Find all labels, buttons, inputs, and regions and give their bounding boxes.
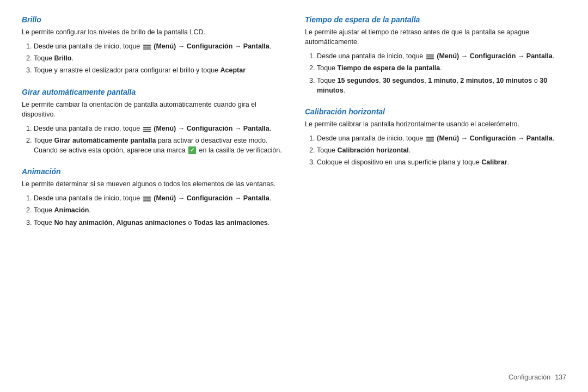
- svg-rect-2: [143, 48, 151, 50]
- step-tiempo-2: Toque Tiempo de espera de la pantalla.: [317, 63, 566, 73]
- left-column: Brillo Le permite configurar los niveles…: [22, 15, 283, 368]
- steps-tiempo: Desde una pantalla de inicio, toque (Men…: [305, 51, 566, 95]
- step-calibracion-3: Coloque el dispositivo en una superficie…: [317, 157, 566, 167]
- svg-rect-7: [143, 199, 151, 200]
- steps-animacion: Desde una pantalla de inicio, toque (Men…: [22, 193, 283, 227]
- content-columns: Brillo Le permite configurar los niveles…: [22, 15, 566, 368]
- svg-rect-5: [143, 131, 151, 132]
- steps-calibracion: Desde una pantalla de inicio, toque (Men…: [305, 133, 566, 167]
- section-calibracion: Calibración horizontal Le permite calibr…: [305, 107, 566, 170]
- step-brillo-2: Toque Brillo.: [34, 53, 283, 63]
- step-girar-2: Toque Girar automáticamente pantalla par…: [34, 136, 283, 155]
- steps-girar: Desde una pantalla de inicio, toque (Men…: [22, 124, 283, 155]
- svg-rect-6: [143, 197, 151, 198]
- svg-rect-3: [143, 127, 151, 128]
- step-calibracion-1: Desde una pantalla de inicio, toque (Men…: [317, 133, 566, 143]
- section-title-brillo: Brillo: [22, 15, 283, 24]
- menu-icon: [143, 43, 151, 49]
- section-title-animacion: Animación: [22, 167, 283, 176]
- svg-rect-12: [426, 137, 434, 138]
- section-desc-girar: Le permite cambiar la orientación de pan…: [22, 100, 283, 119]
- section-title-calibracion: Calibración horizontal: [305, 107, 566, 116]
- step-tiempo-1: Desde una pantalla de inicio, toque (Men…: [317, 51, 566, 61]
- svg-rect-11: [426, 58, 434, 59]
- step-animacion-3: Toque No hay animación, Algunas animacio…: [34, 218, 283, 228]
- section-brillo: Brillo Le permite configurar los niveles…: [22, 15, 283, 78]
- svg-rect-0: [143, 45, 151, 46]
- step-girar-1: Desde una pantalla de inicio, toque (Men…: [34, 124, 283, 133]
- section-desc-tiempo: Le permite ajustar el tiempo de retraso …: [305, 27, 566, 47]
- section-tiempo: Tiempo de espera de la pantalla Le permi…: [305, 15, 566, 97]
- steps-brillo: Desde una pantalla de inicio, toque (Men…: [22, 41, 283, 75]
- step-brillo-1: Desde una pantalla de inicio, toque (Men…: [34, 41, 283, 51]
- step-calibracion-2: Toque Calibración horizontal.: [317, 145, 566, 155]
- svg-rect-9: [426, 54, 434, 56]
- svg-rect-14: [426, 140, 434, 142]
- menu-icon-girar: [143, 125, 151, 131]
- section-animacion: Animación Le permite determinar si se mu…: [22, 167, 283, 230]
- step-brillo-3: Toque y arrastre el deslizador para conf…: [34, 65, 283, 75]
- footer: Configuración 137: [22, 368, 566, 381]
- menu-icon-calibracion: [426, 135, 434, 141]
- footer-label: Configuración: [509, 373, 550, 381]
- svg-rect-10: [426, 57, 434, 58]
- svg-rect-13: [426, 139, 434, 140]
- section-title-tiempo: Tiempo de espera de la pantalla: [305, 15, 566, 24]
- svg-rect-1: [143, 47, 151, 48]
- step-animacion-1: Desde una pantalla de inicio, toque (Men…: [34, 193, 283, 203]
- page: Brillo Le permite configurar los niveles…: [0, 0, 588, 392]
- menu-icon-tiempo: [426, 53, 434, 59]
- svg-rect-4: [143, 128, 151, 130]
- step-tiempo-3: Toque 15 segundos, 30 segundos, 1 minuto…: [317, 76, 566, 95]
- section-desc-brillo: Le permite configurar los niveles de bri…: [22, 27, 283, 37]
- section-desc-animacion: Le permite determinar si se mueven algun…: [22, 179, 283, 189]
- section-girar: Girar automáticamente pantalla Le permit…: [22, 88, 283, 158]
- right-column: Tiempo de espera de la pantalla Le permi…: [305, 15, 566, 368]
- footer-page: 137: [555, 373, 566, 381]
- step-animacion-2: Toque Animación.: [34, 205, 283, 215]
- section-title-girar: Girar automáticamente pantalla: [22, 88, 283, 96]
- check-icon: [188, 146, 196, 154]
- svg-rect-8: [143, 200, 151, 201]
- section-desc-calibracion: Le permite calibrar la pantalla horizont…: [305, 119, 566, 129]
- menu-icon-animacion: [143, 195, 151, 201]
